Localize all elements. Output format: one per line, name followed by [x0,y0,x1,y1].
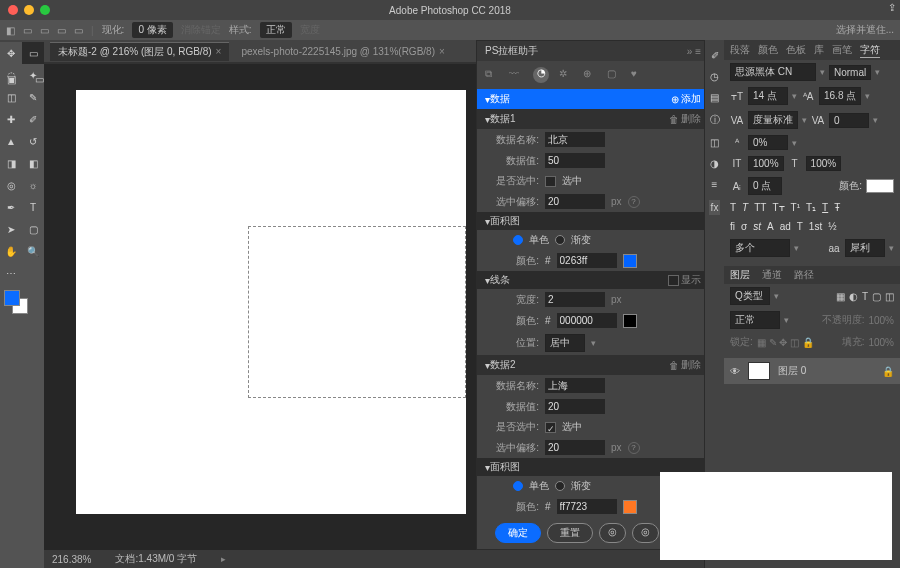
vscale[interactable]: 100% [748,156,784,171]
info-panel-icon[interactable]: ⓘ [710,113,720,127]
tab-doc1[interactable]: 未标题-2 @ 216% (图层 0, RGB/8)× [50,42,229,61]
weight-select[interactable]: Normal [829,65,871,80]
adjustments-panel-icon[interactable]: ◑ [710,158,719,169]
kerning[interactable]: 度量标准 [748,111,798,129]
move-tool[interactable]: ✥ [0,42,22,64]
tab-color[interactable]: 颜色 [758,43,778,57]
italic-icon[interactable]: T [742,202,748,213]
minimize-window[interactable] [24,5,34,15]
filter-pixel-icon[interactable]: ▦ [836,291,845,302]
dodge-tool[interactable]: ☼ [22,174,44,196]
quickmask-icon[interactable]: ▣ [0,68,22,90]
history-panel-icon[interactable]: ◷ [710,71,719,82]
close-icon[interactable]: × [439,46,445,57]
history-brush-tool[interactable]: ↺ [22,130,44,152]
hscale[interactable]: 100% [806,156,842,171]
more-tools[interactable]: ⋯ [0,262,22,284]
tab-layers[interactable]: 图层 [730,268,750,282]
strike-icon[interactable]: Ŧ [834,202,840,213]
color-swatches[interactable] [4,290,44,320]
text-color-well[interactable] [866,179,894,193]
actions-panel-icon[interactable]: ▤ [710,92,719,103]
delete-data1-button[interactable]: 🗑 删除 [669,112,701,126]
footer-action1[interactable]: ◎ [599,523,626,543]
doc-info[interactable]: 文档:1.43M/0 字节 [115,552,197,566]
area1-header[interactable]: ▾面积图 [477,212,709,230]
close-window[interactable] [8,5,18,15]
line-header[interactable]: ▾线条显示 [477,271,709,289]
pie-chart-icon[interactable]: ◔ [533,67,549,83]
tab-channels[interactable]: 通道 [762,268,782,282]
underline-icon[interactable]: T [822,202,828,213]
area2-gradient-radio[interactable] [555,481,565,491]
d1-value-input[interactable] [545,153,605,168]
gradient-tool[interactable]: ◧ [22,152,44,174]
gear-icon[interactable]: ✲ [559,68,573,82]
chart-data-section[interactable]: ▾ 数据 ⊕ 添加 [477,89,709,109]
marquee-intersect-icon[interactable]: ▭ [74,25,83,36]
collapse-icon[interactable]: » ≡ [687,46,701,57]
hand-tool[interactable]: ✋ [0,240,22,262]
status-menu-icon[interactable]: ▸ [221,554,226,564]
d2-name-input[interactable] [545,378,605,393]
layer-row[interactable]: 👁 图层 0 🔒 [724,358,900,384]
stamp-tool[interactable]: ▲ [0,130,22,152]
layer-kind[interactable]: Q类型 [730,287,770,305]
globe-icon[interactable]: ⊕ [583,68,597,82]
zoom-readout[interactable]: 216.38% [52,554,91,565]
cube-icon[interactable]: ▢ [607,68,621,82]
tab-glyph[interactable]: 画笔 [832,43,852,57]
leading[interactable]: 16.8 点 [819,87,861,105]
lock-icons[interactable]: ▦ ✎ ✥ ◫ 🔒 [757,337,814,348]
font-size[interactable]: 14 点 [748,87,788,105]
eraser-tool[interactable]: ◨ [0,152,22,174]
helper-titlebar[interactable]: PS拉框助手 » ≡ [477,41,709,61]
line-show-toggle[interactable]: 显示 [668,273,701,287]
line-color-input[interactable] [557,313,617,328]
marquee-add-icon[interactable]: ▭ [40,25,49,36]
blend-mode[interactable]: 正常 [730,311,780,329]
d1-offset-input[interactable] [545,194,605,209]
properties-panel-icon[interactable]: ◫ [710,137,719,148]
filter-type-icon[interactable]: T [862,291,868,302]
layer-thumb[interactable] [748,362,770,380]
line-position-select[interactable]: 居中 [545,334,585,352]
data2-header[interactable]: ▾数据2🗑 删除 [477,355,709,375]
styles-panel-icon[interactable]: fx [709,200,721,215]
data1-header[interactable]: ▾ 数据1 🗑 删除 [477,109,709,129]
marquee-sub-icon[interactable]: ▭ [57,25,66,36]
footer-action2[interactable]: ◎ [632,523,659,543]
heart-icon[interactable]: ♥ [631,68,645,82]
add-data-button[interactable]: ⊕ 添加 [671,92,701,106]
subscript-icon[interactable]: T₁ [806,202,816,213]
path-select-tool[interactable]: ➤ [0,218,22,240]
visibility-icon[interactable]: 👁 [730,366,740,377]
chevron-down-icon[interactable]: ▾ [591,338,596,348]
brush-tool[interactable]: ✐ [22,108,44,130]
type-tool[interactable]: T [22,196,44,218]
libraries-panel-icon[interactable]: ≡ [712,179,718,190]
zoom-tool[interactable]: 🔍 [22,240,44,262]
tracking[interactable]: 0 [829,113,869,128]
area1-color-swatch[interactable] [623,254,637,268]
allcaps-icon[interactable]: TT [754,202,766,213]
d2-selected-checkbox[interactable] [545,422,556,433]
bold-icon[interactable]: T [730,202,736,213]
tab-paragraph[interactable]: 段落 [730,43,750,57]
tab-swatches[interactable]: 色板 [786,43,806,57]
style-select[interactable]: 正常 [260,22,292,38]
brush-panel-icon[interactable]: ✐ [711,50,719,61]
baseline-shift[interactable]: 0% [748,135,788,150]
select-and-mask-button[interactable]: 选择并遮住... [836,23,894,37]
heal-tool[interactable]: ✚ [0,108,22,130]
d1-selected-checkbox[interactable] [545,176,556,187]
area1-color-input[interactable] [557,253,617,268]
ok-button[interactable]: 确定 [495,523,541,543]
area2-color-input[interactable] [557,499,617,514]
filter-smart-icon[interactable]: ◫ [885,291,894,302]
tab-paths[interactable]: 路径 [794,268,814,282]
bar-chart-icon[interactable]: ⧉ [485,68,499,82]
d2-offset-input[interactable] [545,440,605,455]
lock-icon[interactable]: 🔒 [882,366,894,377]
foreground-swatch[interactable] [4,290,20,306]
